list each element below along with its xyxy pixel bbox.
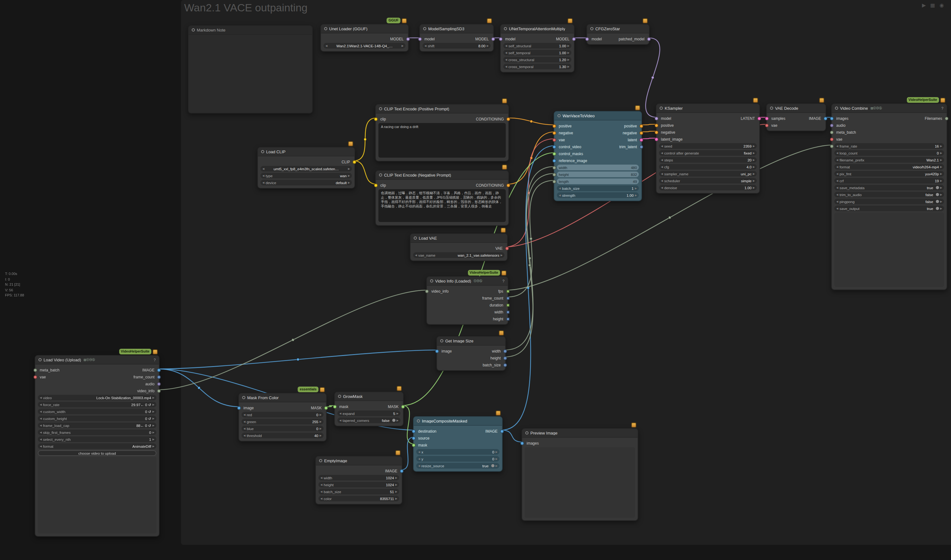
increment-arrow-icon[interactable]: ▶ bbox=[152, 445, 154, 448]
upload-video-button[interactable]: choose video to upload bbox=[38, 450, 156, 456]
output-port-MASK[interactable] bbox=[324, 406, 328, 409]
output-port-IMAGE[interactable] bbox=[500, 429, 504, 433]
decrement-arrow-icon[interactable]: ◀ bbox=[262, 174, 264, 177]
input-port-vae[interactable] bbox=[765, 123, 769, 127]
increment-arrow-icon[interactable]: ▶ bbox=[753, 158, 755, 162]
widget-width[interactable]: width480 bbox=[557, 165, 639, 170]
play-icon[interactable]: ▶ bbox=[922, 3, 926, 8]
node-preview-image[interactable]: Preview Imageimages bbox=[522, 428, 638, 521]
decrement-arrow-icon[interactable]: ◀ bbox=[320, 490, 322, 493]
widget-x[interactable]: ◀x0▶ bbox=[416, 449, 500, 455]
input-port-audio[interactable] bbox=[830, 123, 834, 127]
node-model-sampling-sd3[interactable]: ModelSamplingSD3modelMODEL◀shift8.00▶ bbox=[419, 24, 494, 52]
decrement-arrow-icon[interactable]: ◀ bbox=[661, 151, 663, 154]
decrement-arrow-icon[interactable]: ◀ bbox=[243, 413, 245, 416]
toggle-dot-icon[interactable] bbox=[392, 419, 395, 422]
widget-resize_source[interactable]: ◀resize_sourcetrue▶ bbox=[416, 463, 500, 469]
increment-arrow-icon[interactable]: ▶ bbox=[940, 158, 942, 162]
increment-arrow-icon[interactable]: ▶ bbox=[152, 396, 154, 399]
decrement-arrow-icon[interactable]: ◀ bbox=[661, 172, 663, 175]
widget-force_rate[interactable]: ◀force_rate29.97← 0 ↺▶ bbox=[38, 402, 156, 408]
decrement-arrow-icon[interactable]: ◀ bbox=[320, 476, 322, 479]
increment-arrow-icon[interactable]: ▶ bbox=[753, 151, 755, 154]
increment-arrow-icon[interactable]: ▶ bbox=[395, 490, 397, 493]
input-port-source[interactable] bbox=[412, 436, 415, 440]
decrement-arrow-icon[interactable]: ◀ bbox=[40, 396, 42, 399]
decrement-arrow-icon[interactable]: ◀ bbox=[836, 179, 838, 182]
increment-arrow-icon[interactable]: ▶ bbox=[940, 207, 942, 210]
widget-value[interactable]: ◀umt5_xxl_fp8_e4m3fn_scaled.safeten…▶ bbox=[260, 166, 352, 172]
node-header[interactable]: Get Image Size bbox=[437, 337, 505, 346]
increment-arrow-icon[interactable]: ▶ bbox=[320, 420, 322, 423]
decrement-arrow-icon[interactable]: ◀ bbox=[40, 438, 42, 441]
output-port-width[interactable] bbox=[506, 310, 509, 314]
widget-input-port-height[interactable] bbox=[552, 172, 556, 176]
increment-arrow-icon[interactable]: ▶ bbox=[152, 403, 154, 406]
output-port-patched_model[interactable] bbox=[647, 37, 651, 41]
input-port-samples[interactable] bbox=[765, 116, 769, 120]
widget-skip_first_frames[interactable]: ◀skip_first_frames0▶ bbox=[38, 429, 156, 435]
increment-arrow-icon[interactable]: ▶ bbox=[940, 200, 942, 203]
input-port-reference_image[interactable] bbox=[552, 158, 556, 162]
widget-blue[interactable]: ◀blue0▶ bbox=[242, 426, 323, 431]
decrement-arrow-icon[interactable]: ◀ bbox=[661, 179, 663, 182]
widget-control after generate[interactable]: ◀control after generatefixed▶ bbox=[659, 150, 757, 156]
node-empty-image[interactable]: EmptyImageIMAGE◀width1024▶◀height1024▶◀b… bbox=[315, 456, 402, 505]
increment-arrow-icon[interactable]: ▶ bbox=[152, 431, 154, 434]
node-image-composite-masked[interactable]: ImageCompositeMaskeddestinationIMAGEsour… bbox=[413, 416, 503, 472]
widget-format[interactable]: ◀formatvideo/h264-mp4▶ bbox=[834, 164, 944, 170]
help-icon[interactable]: ? bbox=[154, 358, 156, 362]
increment-arrow-icon[interactable]: ▶ bbox=[397, 412, 399, 415]
decrement-arrow-icon[interactable]: ◀ bbox=[40, 445, 42, 448]
collapse-dot-icon[interactable] bbox=[379, 107, 382, 110]
widget-self_structural[interactable]: ◀self_structural1.00▶ bbox=[503, 43, 571, 49]
widget-trim_to_audio[interactable]: ◀trim_to_audiofalse▶ bbox=[834, 192, 944, 197]
input-port-meta_batch[interactable] bbox=[34, 368, 37, 372]
node-vae-decode[interactable]: VAE DecodesamplesIMAGEvae bbox=[766, 103, 826, 131]
increment-arrow-icon[interactable]: ▶ bbox=[397, 419, 399, 422]
node-header[interactable]: VAE Decode bbox=[767, 104, 825, 113]
decrement-arrow-icon[interactable]: ◀ bbox=[243, 434, 245, 437]
output-port-fps[interactable] bbox=[506, 289, 509, 292]
input-port-images[interactable] bbox=[520, 441, 524, 445]
decrement-arrow-icon[interactable]: ◀ bbox=[320, 483, 322, 486]
node-header[interactable]: Unet Loader (GGUF) bbox=[321, 25, 408, 34]
increment-arrow-icon[interactable]: ▶ bbox=[348, 181, 350, 184]
node-header[interactable]: Load CLIP bbox=[258, 148, 354, 156]
collapse-dot-icon[interactable] bbox=[430, 279, 433, 283]
input-port-model[interactable] bbox=[655, 116, 659, 120]
help-icon[interactable]: ? bbox=[502, 279, 505, 283]
widget-height[interactable]: ◀height1024▶ bbox=[319, 482, 399, 488]
increment-arrow-icon[interactable]: ▶ bbox=[635, 187, 637, 190]
increment-arrow-icon[interactable]: ▶ bbox=[753, 172, 755, 175]
node-grow-mask[interactable]: GrowMaskmaskMASK◀expand5▶◀tapered_corner… bbox=[334, 392, 403, 426]
increment-arrow-icon[interactable]: ▶ bbox=[501, 254, 503, 257]
increment-arrow-icon[interactable]: ▶ bbox=[320, 413, 322, 416]
prompt-textarea[interactable]: 色调艳丽，过曝，静态，细节模糊不清，字幕，风格，作品，画作，画面，静止，整体发灰… bbox=[379, 189, 506, 222]
increment-arrow-icon[interactable]: ▶ bbox=[568, 58, 569, 61]
widget-pingpong[interactable]: ◀pingpongfalse▶ bbox=[834, 198, 944, 204]
output-port-MASK[interactable] bbox=[401, 405, 405, 408]
widget-tapered_corners[interactable]: ◀tapered_cornersfalse▶ bbox=[337, 417, 400, 423]
output-port-positive[interactable] bbox=[639, 124, 643, 128]
node-header[interactable]: ImageCompositeMasked bbox=[414, 417, 502, 426]
widget-type[interactable]: ◀typewan▶ bbox=[260, 173, 352, 178]
increment-arrow-icon[interactable]: ▶ bbox=[395, 476, 397, 479]
node-header[interactable]: ModelSamplingSD3 bbox=[420, 25, 493, 34]
widget-save_metadata[interactable]: ◀save_metadatatrue▶ bbox=[834, 185, 944, 191]
decrement-arrow-icon[interactable]: ◀ bbox=[243, 427, 245, 430]
output-port-frame_count[interactable] bbox=[506, 296, 509, 300]
decrement-arrow-icon[interactable]: ◀ bbox=[339, 419, 341, 422]
decrement-arrow-icon[interactable]: ◀ bbox=[415, 254, 417, 257]
increment-arrow-icon[interactable]: ▶ bbox=[940, 145, 942, 148]
output-port-height[interactable] bbox=[506, 317, 509, 320]
node-mask-from-color[interactable]: essentialsMask From ColorimageMASK◀red0▶… bbox=[239, 393, 327, 442]
input-port-model[interactable] bbox=[418, 37, 422, 41]
widget-sampler_name[interactable]: ◀sampler_nameuni_pc▶ bbox=[659, 171, 757, 177]
node-load-clip[interactable]: Load CLIPCLIP◀umt5_xxl_fp8_e4m3fn_scaled… bbox=[257, 147, 355, 189]
output-port-width[interactable] bbox=[503, 349, 507, 353]
collapse-dot-icon[interactable] bbox=[38, 358, 42, 362]
widget-custom_width[interactable]: ◀custom_width0 ↺▶ bbox=[38, 409, 156, 414]
widget-color[interactable]: ◀color8355711▶ bbox=[319, 496, 399, 502]
input-port-mask[interactable] bbox=[412, 443, 415, 447]
